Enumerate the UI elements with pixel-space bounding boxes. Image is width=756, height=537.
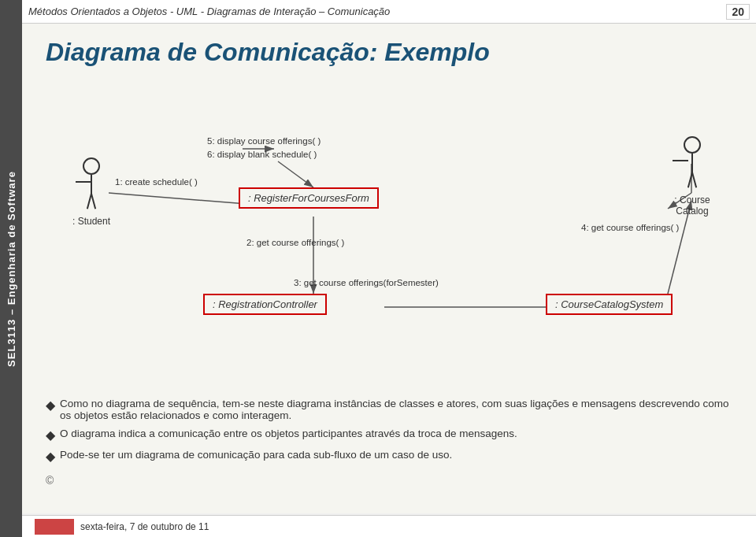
- bullet-text-3: Pode-se ter um diagrama de comunicação p…: [60, 449, 452, 461]
- bottom-logo: [35, 519, 74, 535]
- diagram-area: : Student : Course Catalog 5: display co…: [46, 83, 731, 366]
- bullet-diamond-3: ◆: [46, 449, 55, 464]
- header-bar: Métodos Orientados a Objetos - UML - Dia…: [22, 0, 756, 24]
- msg1-label: 1: create schedule( ): [115, 177, 198, 187]
- msg5-label: 5: display course offerings( ): [207, 136, 321, 146]
- coursecatalog-label: : Course Catalog: [665, 194, 720, 217]
- bullets-section: ◆ Como no diagrama de sequência, tem-se …: [46, 398, 731, 470]
- svg-line-6: [278, 161, 313, 187]
- msg3-label: 3: get course offerings(forSemester): [294, 278, 439, 287]
- sidebar: SEL3113 – Engenharia de Software: [0, 0, 22, 537]
- bullet-text-1: Como no diagrama de sequência, tem-se ne…: [60, 398, 731, 421]
- sidebar-label: SEL3113 – Engenharia de Software: [6, 171, 17, 367]
- student-actor: : Student: [68, 157, 115, 227]
- coursecatalogsystem-object: : CourseCatalogSystem: [546, 294, 673, 315]
- bullet-diamond-2: ◆: [46, 428, 55, 443]
- slide-title: Diagrama de Comunicação: Exemplo: [46, 38, 490, 67]
- student-label: : Student: [68, 216, 115, 227]
- bullet-item-1: ◆ Como no diagrama de sequência, tem-se …: [46, 398, 731, 421]
- msg6-label: 6: display blank schedule( ): [207, 150, 317, 159]
- registrationcontroller-object: : RegistrationController: [203, 294, 327, 315]
- main-content: Diagrama de Comunicação: Exemplo: [22, 24, 756, 513]
- msg4-label: 4: get course offerings( ): [581, 223, 679, 232]
- coursecatalog-actor: : Course Catalog: [665, 136, 720, 217]
- bottom-bar: sexta-feira, 7 de outubro de 11: [22, 515, 756, 537]
- bullet-item-2: ◆ O diagrama indica a comunicação entre …: [46, 428, 731, 443]
- bullet-text-2: O diagrama indica a comunicação entre os…: [60, 428, 517, 439]
- copyright-symbol: ©: [46, 474, 54, 487]
- header-title: Métodos Orientados a Objetos - UML - Dia…: [28, 6, 390, 17]
- msg2-label: 2: get course offerings( ): [246, 238, 344, 247]
- bullet-diamond-1: ◆: [46, 398, 55, 413]
- bullet-item-3: ◆ Pode-se ter um diagrama de comunicação…: [46, 449, 731, 464]
- header-page: 20: [726, 4, 750, 20]
- bottom-date: sexta-feira, 7 de outubro de 11: [80, 521, 209, 532]
- svg-line-2: [109, 193, 257, 205]
- registerform-object: : RegisterForCoursesForm: [239, 187, 379, 209]
